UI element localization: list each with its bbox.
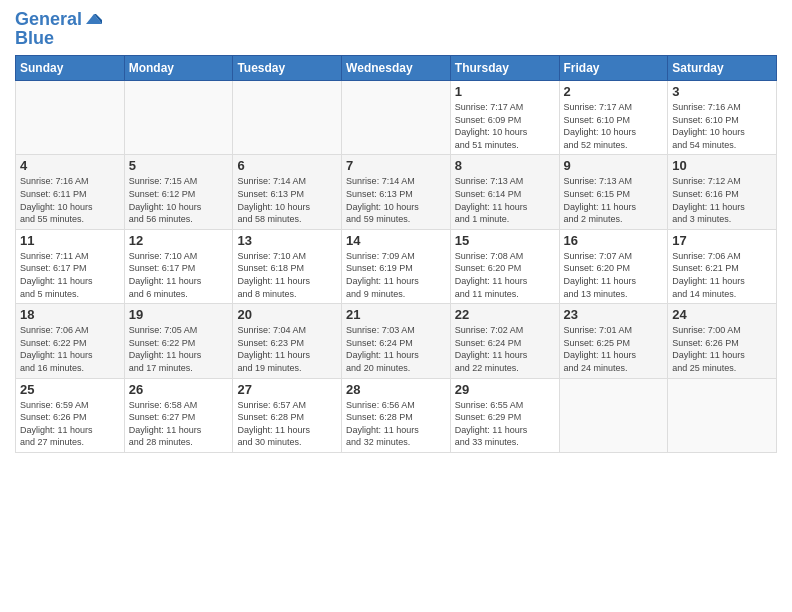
day-number: 5 (129, 158, 229, 173)
calendar-cell (559, 378, 668, 452)
day-info: Sunrise: 7:12 AM Sunset: 6:16 PM Dayligh… (672, 175, 772, 225)
calendar-cell: 14Sunrise: 7:09 AM Sunset: 6:19 PM Dayli… (342, 229, 451, 303)
day-info: Sunrise: 6:59 AM Sunset: 6:26 PM Dayligh… (20, 399, 120, 449)
calendar-cell: 28Sunrise: 6:56 AM Sunset: 6:28 PM Dayli… (342, 378, 451, 452)
day-number: 6 (237, 158, 337, 173)
calendar-cell: 18Sunrise: 7:06 AM Sunset: 6:22 PM Dayli… (16, 304, 125, 378)
day-info: Sunrise: 7:13 AM Sunset: 6:14 PM Dayligh… (455, 175, 555, 225)
day-info: Sunrise: 7:01 AM Sunset: 6:25 PM Dayligh… (564, 324, 664, 374)
day-number: 27 (237, 382, 337, 397)
calendar-week-row: 4Sunrise: 7:16 AM Sunset: 6:11 PM Daylig… (16, 155, 777, 229)
day-info: Sunrise: 7:15 AM Sunset: 6:12 PM Dayligh… (129, 175, 229, 225)
day-info: Sunrise: 7:00 AM Sunset: 6:26 PM Dayligh… (672, 324, 772, 374)
calendar-week-row: 1Sunrise: 7:17 AM Sunset: 6:09 PM Daylig… (16, 81, 777, 155)
calendar-cell: 27Sunrise: 6:57 AM Sunset: 6:28 PM Dayli… (233, 378, 342, 452)
day-number: 8 (455, 158, 555, 173)
calendar-cell: 16Sunrise: 7:07 AM Sunset: 6:20 PM Dayli… (559, 229, 668, 303)
day-number: 22 (455, 307, 555, 322)
calendar-body: 1Sunrise: 7:17 AM Sunset: 6:09 PM Daylig… (16, 81, 777, 453)
day-number: 2 (564, 84, 664, 99)
day-info: Sunrise: 7:10 AM Sunset: 6:18 PM Dayligh… (237, 250, 337, 300)
calendar-cell: 20Sunrise: 7:04 AM Sunset: 6:23 PM Dayli… (233, 304, 342, 378)
day-info: Sunrise: 7:09 AM Sunset: 6:19 PM Dayligh… (346, 250, 446, 300)
day-header-sunday: Sunday (16, 56, 125, 81)
calendar-cell (124, 81, 233, 155)
calendar-cell: 3Sunrise: 7:16 AM Sunset: 6:10 PM Daylig… (668, 81, 777, 155)
day-number: 10 (672, 158, 772, 173)
day-number: 4 (20, 158, 120, 173)
logo-text: General (15, 10, 82, 30)
day-number: 17 (672, 233, 772, 248)
day-number: 24 (672, 307, 772, 322)
logo-icon (84, 10, 104, 30)
day-info: Sunrise: 6:55 AM Sunset: 6:29 PM Dayligh… (455, 399, 555, 449)
calendar-week-row: 18Sunrise: 7:06 AM Sunset: 6:22 PM Dayli… (16, 304, 777, 378)
calendar-cell (342, 81, 451, 155)
calendar-cell: 22Sunrise: 7:02 AM Sunset: 6:24 PM Dayli… (450, 304, 559, 378)
day-info: Sunrise: 7:02 AM Sunset: 6:24 PM Dayligh… (455, 324, 555, 374)
day-info: Sunrise: 7:06 AM Sunset: 6:22 PM Dayligh… (20, 324, 120, 374)
day-info: Sunrise: 7:16 AM Sunset: 6:11 PM Dayligh… (20, 175, 120, 225)
day-number: 15 (455, 233, 555, 248)
main-container: General Blue SundayMondayTuesdayWednesda… (0, 0, 792, 463)
calendar-cell: 1Sunrise: 7:17 AM Sunset: 6:09 PM Daylig… (450, 81, 559, 155)
calendar-cell: 4Sunrise: 7:16 AM Sunset: 6:11 PM Daylig… (16, 155, 125, 229)
day-number: 9 (564, 158, 664, 173)
day-info: Sunrise: 6:58 AM Sunset: 6:27 PM Dayligh… (129, 399, 229, 449)
calendar-cell: 5Sunrise: 7:15 AM Sunset: 6:12 PM Daylig… (124, 155, 233, 229)
day-number: 18 (20, 307, 120, 322)
day-number: 1 (455, 84, 555, 99)
day-number: 21 (346, 307, 446, 322)
calendar-cell: 24Sunrise: 7:00 AM Sunset: 6:26 PM Dayli… (668, 304, 777, 378)
day-info: Sunrise: 7:14 AM Sunset: 6:13 PM Dayligh… (346, 175, 446, 225)
calendar-cell: 6Sunrise: 7:14 AM Sunset: 6:13 PM Daylig… (233, 155, 342, 229)
day-number: 12 (129, 233, 229, 248)
day-number: 23 (564, 307, 664, 322)
day-info: Sunrise: 7:17 AM Sunset: 6:10 PM Dayligh… (564, 101, 664, 151)
calendar-cell: 10Sunrise: 7:12 AM Sunset: 6:16 PM Dayli… (668, 155, 777, 229)
calendar-cell (16, 81, 125, 155)
day-header-thursday: Thursday (450, 56, 559, 81)
calendar-cell: 2Sunrise: 7:17 AM Sunset: 6:10 PM Daylig… (559, 81, 668, 155)
day-info: Sunrise: 7:08 AM Sunset: 6:20 PM Dayligh… (455, 250, 555, 300)
calendar-cell: 26Sunrise: 6:58 AM Sunset: 6:27 PM Dayli… (124, 378, 233, 452)
calendar-cell: 8Sunrise: 7:13 AM Sunset: 6:14 PM Daylig… (450, 155, 559, 229)
day-number: 14 (346, 233, 446, 248)
day-header-tuesday: Tuesday (233, 56, 342, 81)
day-number: 7 (346, 158, 446, 173)
calendar-cell: 21Sunrise: 7:03 AM Sunset: 6:24 PM Dayli… (342, 304, 451, 378)
day-info: Sunrise: 7:17 AM Sunset: 6:09 PM Dayligh… (455, 101, 555, 151)
day-header-monday: Monday (124, 56, 233, 81)
day-info: Sunrise: 7:07 AM Sunset: 6:20 PM Dayligh… (564, 250, 664, 300)
calendar-cell (233, 81, 342, 155)
day-number: 3 (672, 84, 772, 99)
day-info: Sunrise: 7:16 AM Sunset: 6:10 PM Dayligh… (672, 101, 772, 151)
calendar-cell: 9Sunrise: 7:13 AM Sunset: 6:15 PM Daylig… (559, 155, 668, 229)
calendar-cell: 13Sunrise: 7:10 AM Sunset: 6:18 PM Dayli… (233, 229, 342, 303)
calendar-table: SundayMondayTuesdayWednesdayThursdayFrid… (15, 55, 777, 453)
calendar-week-row: 25Sunrise: 6:59 AM Sunset: 6:26 PM Dayli… (16, 378, 777, 452)
logo: General Blue (15, 10, 104, 49)
day-info: Sunrise: 7:06 AM Sunset: 6:21 PM Dayligh… (672, 250, 772, 300)
day-header-saturday: Saturday (668, 56, 777, 81)
day-info: Sunrise: 6:56 AM Sunset: 6:28 PM Dayligh… (346, 399, 446, 449)
calendar-header-row: SundayMondayTuesdayWednesdayThursdayFrid… (16, 56, 777, 81)
calendar-cell (668, 378, 777, 452)
calendar-week-row: 11Sunrise: 7:11 AM Sunset: 6:17 PM Dayli… (16, 229, 777, 303)
calendar-cell: 7Sunrise: 7:14 AM Sunset: 6:13 PM Daylig… (342, 155, 451, 229)
day-info: Sunrise: 7:03 AM Sunset: 6:24 PM Dayligh… (346, 324, 446, 374)
day-number: 16 (564, 233, 664, 248)
day-number: 25 (20, 382, 120, 397)
day-info: Sunrise: 7:11 AM Sunset: 6:17 PM Dayligh… (20, 250, 120, 300)
header-row: General Blue (15, 10, 777, 49)
calendar-cell: 23Sunrise: 7:01 AM Sunset: 6:25 PM Dayli… (559, 304, 668, 378)
day-info: Sunrise: 7:14 AM Sunset: 6:13 PM Dayligh… (237, 175, 337, 225)
day-number: 11 (20, 233, 120, 248)
day-info: Sunrise: 6:57 AM Sunset: 6:28 PM Dayligh… (237, 399, 337, 449)
day-number: 28 (346, 382, 446, 397)
calendar-cell: 29Sunrise: 6:55 AM Sunset: 6:29 PM Dayli… (450, 378, 559, 452)
logo-blue: Blue (15, 28, 104, 49)
day-number: 26 (129, 382, 229, 397)
day-number: 20 (237, 307, 337, 322)
calendar-cell: 11Sunrise: 7:11 AM Sunset: 6:17 PM Dayli… (16, 229, 125, 303)
